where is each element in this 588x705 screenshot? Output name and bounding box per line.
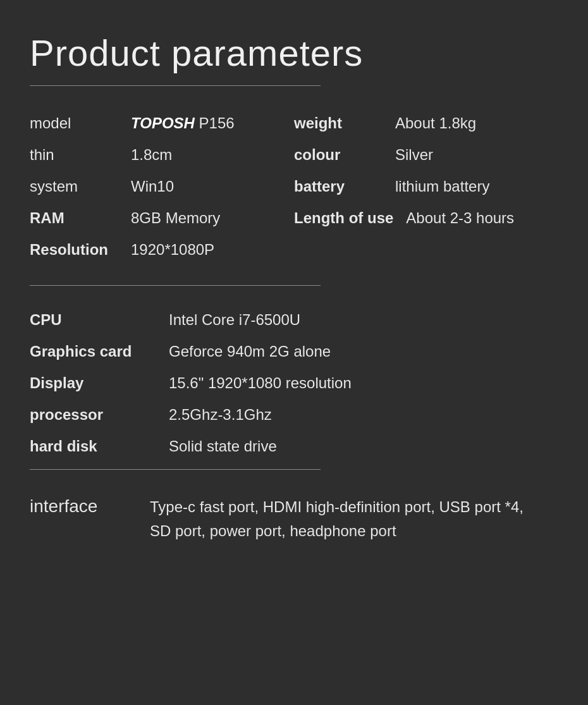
- param-row-weight: weight About 1.8kg: [294, 114, 558, 132]
- specs-section: CPU Intel Core i7-6500U Graphics card Ge…: [30, 311, 558, 455]
- param-label-resolution: Resolution: [30, 241, 118, 259]
- param-value-thin: 1.8cm: [131, 146, 172, 164]
- param-value-colour: Silver: [395, 146, 433, 164]
- param-label-thin: thin: [30, 146, 118, 164]
- spec-label-cpu: CPU: [30, 311, 156, 329]
- spec-row-processor: processor 2.5Ghz-3.1Ghz: [30, 406, 558, 424]
- param-row-system: system Win10: [30, 178, 294, 195]
- param-value-ram: 8GB Memory: [131, 209, 220, 227]
- param-value-length-of-use: About 2-3 hours: [406, 209, 514, 227]
- param-label-ram: RAM: [30, 209, 118, 227]
- param-label-length-of-use: Length of use: [294, 209, 393, 227]
- param-row-thin: thin 1.8cm: [30, 146, 294, 164]
- interface-label: interface: [30, 495, 131, 517]
- interface-section: interface Type-c fast port, HDMI high-de…: [30, 495, 558, 544]
- param-value-system: Win10: [131, 178, 174, 195]
- param-value-weight: About 1.8kg: [395, 114, 476, 132]
- interface-row: interface Type-c fast port, HDMI high-de…: [30, 495, 558, 544]
- spec-label-hard-disk: hard disk: [30, 438, 156, 455]
- spec-label-processor: processor: [30, 406, 156, 424]
- param-row-length-of-use: Length of use About 2-3 hours: [294, 209, 558, 227]
- spec-row-display: Display 15.6" 1920*1080 resolution: [30, 374, 558, 392]
- param-row-colour: colour Silver: [294, 146, 558, 164]
- spec-label-display: Display: [30, 374, 156, 392]
- interface-line2: SD port, power port, headphone port: [150, 519, 524, 543]
- spec-value-graphics: Geforce 940m 2G alone: [169, 343, 331, 360]
- param-row-battery: battery lithium battery: [294, 178, 558, 195]
- spec-value-cpu: Intel Core i7-6500U: [169, 311, 300, 329]
- param-value-resolution: 1920*1080P: [131, 241, 214, 259]
- param-label-battery: battery: [294, 178, 383, 195]
- param-value-battery: lithium battery: [395, 178, 489, 195]
- params-left-column: model TOPOSH P156 thin 1.8cm system Win1…: [30, 114, 294, 273]
- model-num: P156: [199, 114, 235, 132]
- param-row-ram: RAM 8GB Memory: [30, 209, 294, 227]
- spec-value-display: 15.6" 1920*1080 resolution: [169, 374, 352, 392]
- param-value-model: TOPOSH P156: [131, 114, 235, 132]
- interface-line1: Type-c fast port, HDMI high-definition p…: [150, 495, 524, 519]
- page-title: Product parameters: [30, 32, 558, 74]
- title-divider: [30, 85, 321, 86]
- param-label-colour: colour: [294, 146, 383, 164]
- param-row-model: model TOPOSH P156: [30, 114, 294, 132]
- spec-value-processor: 2.5Ghz-3.1Ghz: [169, 406, 272, 424]
- param-label-model: model: [30, 114, 118, 132]
- param-label-system: system: [30, 178, 118, 195]
- section-divider-2: [30, 469, 321, 470]
- spec-row-graphics: Graphics card Geforce 940m 2G alone: [30, 343, 558, 360]
- params-right-column: weight About 1.8kg colour Silver battery…: [294, 114, 558, 273]
- params-grid: model TOPOSH P156 thin 1.8cm system Win1…: [30, 114, 558, 273]
- brand-name: TOPOSH: [131, 114, 195, 132]
- section-divider-1: [30, 285, 321, 286]
- spec-row-hard-disk: hard disk Solid state drive: [30, 438, 558, 455]
- spec-row-cpu: CPU Intel Core i7-6500U: [30, 311, 558, 329]
- param-row-resolution: Resolution 1920*1080P: [30, 241, 294, 259]
- param-label-weight: weight: [294, 114, 383, 132]
- interface-value: Type-c fast port, HDMI high-definition p…: [150, 495, 524, 544]
- spec-value-hard-disk: Solid state drive: [169, 438, 277, 455]
- spec-label-graphics: Graphics card: [30, 343, 156, 360]
